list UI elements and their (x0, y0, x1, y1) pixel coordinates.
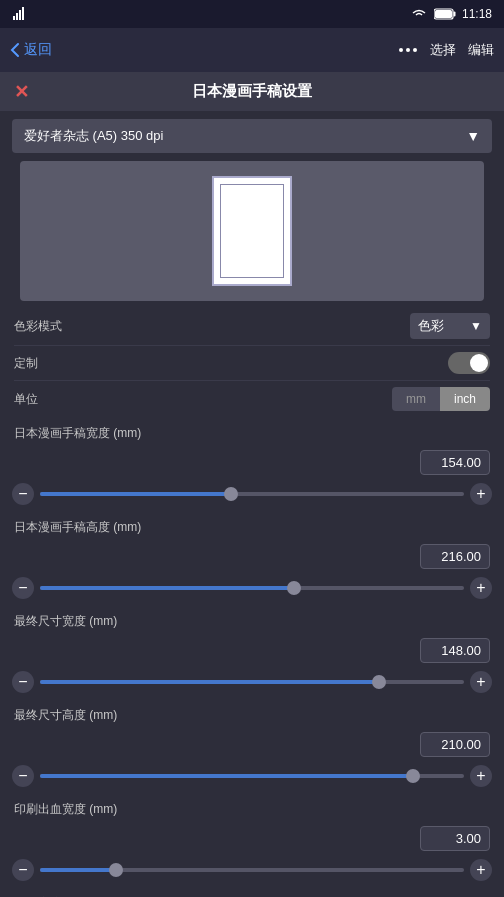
color-mode-row: 色彩模式 色彩 ▼ (0, 307, 504, 345)
preview-area (20, 161, 484, 301)
svg-rect-0 (13, 16, 15, 20)
field-3-label: 最终尺寸高度 (mm) (14, 708, 117, 722)
field-0-fill (40, 492, 231, 496)
field-2-value-row: 148.00 (0, 632, 504, 669)
unit-row: 单位 mm inch (0, 381, 504, 417)
custom-toggle[interactable] (448, 352, 490, 374)
status-left (12, 6, 28, 22)
field-4-slider-row: − + (0, 857, 504, 887)
field-4-label: 印刷出血宽度 (mm) (14, 802, 117, 816)
wifi-icon (410, 8, 428, 20)
field-1-thumb (287, 581, 301, 595)
field-4-input[interactable]: 3.00 (420, 826, 490, 851)
preview-page-inner (220, 184, 284, 278)
color-mode-value: 色彩 (418, 317, 444, 335)
svg-rect-2 (19, 10, 21, 20)
toggle-knob (470, 354, 488, 372)
dialog-title: 日本漫画手稿设置 (192, 82, 312, 101)
signal-icon (12, 6, 28, 22)
battery-icon (434, 8, 456, 20)
color-mode-arrow-icon: ▼ (470, 319, 482, 333)
field-1-value-row: 216.00 (0, 538, 504, 575)
more-icon[interactable] (398, 42, 418, 58)
field-2-track[interactable] (40, 680, 464, 684)
svg-rect-6 (435, 10, 452, 18)
nav-edit[interactable]: 编辑 (468, 41, 494, 59)
svg-point-8 (406, 48, 410, 52)
back-button[interactable]: 返回 (10, 41, 52, 59)
field-3-slider-row: − + (0, 763, 504, 793)
field-2-plus-btn[interactable]: + (470, 671, 492, 693)
preview-page (212, 176, 292, 286)
color-mode-selector[interactable]: 色彩 ▼ (410, 313, 490, 339)
preset-selector[interactable]: 爱好者杂志 (A5) 350 dpi ▼ (12, 119, 492, 153)
field-3-fill (40, 774, 413, 778)
status-right: 11:18 (410, 7, 492, 21)
field-4-value-row: 3.00 (0, 820, 504, 857)
field-2-label: 最终尺寸宽度 (mm) (14, 614, 117, 628)
unit-label: 单位 (14, 391, 392, 408)
field-2-thumb (372, 675, 386, 689)
dialog-title-bar: ✕ 日本漫画手稿设置 (0, 72, 504, 111)
back-label: 返回 (24, 41, 52, 59)
preset-arrow-icon: ▼ (466, 128, 480, 144)
field-1-track[interactable] (40, 586, 464, 590)
svg-rect-3 (22, 7, 24, 20)
field-4-track[interactable] (40, 868, 464, 872)
field-2-label-row: 最终尺寸宽度 (mm) (0, 605, 504, 632)
field-3-plus-btn[interactable]: + (470, 765, 492, 787)
field-4-fill (40, 868, 116, 872)
color-mode-label: 色彩模式 (14, 318, 410, 335)
field-2-fill (40, 680, 379, 684)
field-0-value-row: 154.00 (0, 444, 504, 481)
svg-rect-5 (453, 12, 455, 17)
unit-btn-mm[interactable]: mm (392, 387, 440, 411)
field-3-value-row: 210.00 (0, 726, 504, 763)
dialog: ✕ 日本漫画手稿设置 爱好者杂志 (A5) 350 dpi ▼ 色彩模式 色彩 … (0, 72, 504, 897)
time-display: 11:18 (462, 7, 492, 21)
field-4-minus-btn[interactable]: − (12, 859, 34, 881)
back-icon (10, 42, 20, 58)
field-1-slider-row: − + (0, 575, 504, 605)
preset-value: 爱好者杂志 (A5) 350 dpi (24, 127, 163, 145)
custom-row: 定制 (0, 346, 504, 380)
field-2-minus-btn[interactable]: − (12, 671, 34, 693)
field-1-plus-btn[interactable]: + (470, 577, 492, 599)
close-button[interactable]: ✕ (14, 81, 29, 103)
field-2-slider-row: − + (0, 669, 504, 699)
unit-btn-inch[interactable]: inch (440, 387, 490, 411)
field-3-thumb (406, 769, 420, 783)
field-1-input[interactable]: 216.00 (420, 544, 490, 569)
custom-label: 定制 (14, 355, 448, 372)
top-nav: 返回 选择 编辑 (0, 28, 504, 72)
field-3-label-row: 最终尺寸高度 (mm) (0, 699, 504, 726)
field-1-label-row: 日本漫画手稿高度 (mm) (0, 511, 504, 538)
svg-point-7 (399, 48, 403, 52)
field-3-input[interactable]: 210.00 (420, 732, 490, 757)
field-4-plus-btn[interactable]: + (470, 859, 492, 881)
nav-select[interactable]: 选择 (430, 41, 456, 59)
nav-right-actions: 选择 编辑 (398, 41, 494, 59)
field-1-label: 日本漫画手稿高度 (mm) (14, 520, 141, 534)
field-3-track[interactable] (40, 774, 464, 778)
field-0-label: 日本漫画手稿宽度 (mm) (14, 426, 141, 440)
field-4-thumb (109, 863, 123, 877)
field-1-minus-btn[interactable]: − (12, 577, 34, 599)
field-0-plus-btn[interactable]: + (470, 483, 492, 505)
field-0-thumb (224, 487, 238, 501)
svg-rect-1 (16, 13, 18, 20)
field-2-input[interactable]: 148.00 (420, 638, 490, 663)
field-0-label-row: 日本漫画手稿宽度 (mm) (0, 417, 504, 444)
field-0-slider-row: − + (0, 481, 504, 511)
field-1-fill (40, 586, 294, 590)
status-bar: 11:18 (0, 0, 504, 28)
field-5-label-row: 内框宽度 (mm) (0, 887, 504, 897)
field-0-input[interactable]: 154.00 (420, 450, 490, 475)
unit-buttons: mm inch (392, 387, 490, 411)
svg-point-9 (413, 48, 417, 52)
field-0-track[interactable] (40, 492, 464, 496)
field-4-label-row: 印刷出血宽度 (mm) (0, 793, 504, 820)
field-3-minus-btn[interactable]: − (12, 765, 34, 787)
field-0-minus-btn[interactable]: − (12, 483, 34, 505)
